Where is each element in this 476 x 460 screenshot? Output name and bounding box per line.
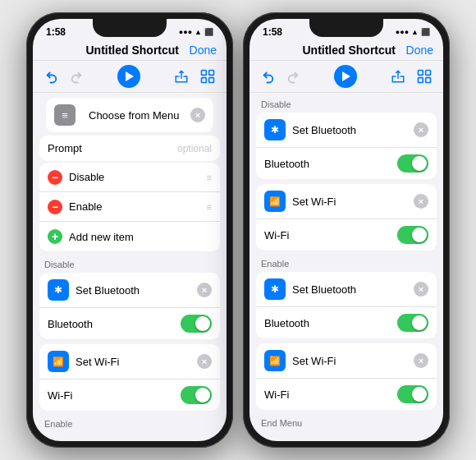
right-content-area: Disable ✱ Set Bluetooth × Bluetooth bbox=[249, 93, 443, 433]
right-play-icon bbox=[342, 71, 350, 81]
right-enable-section-label: Enable bbox=[249, 252, 443, 272]
disable-item[interactable]: − Disable ≡ bbox=[39, 163, 220, 192]
toolbar bbox=[33, 61, 227, 93]
right-phone: 1:58 ●●● ▲ ⬛ Untitled Shortcut Done bbox=[243, 12, 450, 448]
svg-rect-5 bbox=[426, 71, 431, 76]
right-redo-icon[interactable] bbox=[284, 67, 302, 85]
left-phone-screen: 1:58 ●●● ▲ ⬛ Untitled Shortcut Done bbox=[33, 19, 227, 441]
status-time: 1:58 bbox=[46, 26, 66, 38]
right-set-wifi-row[interactable]: 📶 Set Wi-Fi × bbox=[256, 184, 437, 219]
right-enable-wifi-icon: 📶 bbox=[264, 350, 286, 371]
end-menu-label: End Menu bbox=[249, 412, 443, 431]
right-nav-bar: Untitled Shortcut Done bbox=[249, 42, 443, 61]
prompt-label: Prompt bbox=[48, 142, 177, 154]
prompt-row: Prompt optional bbox=[39, 136, 220, 161]
svg-rect-6 bbox=[419, 78, 423, 83]
right-enable-set-wifi-label: Set Wi-Fi bbox=[292, 355, 414, 367]
close-wifi-button[interactable]: × bbox=[197, 354, 212, 369]
enable-section-label: Enable bbox=[33, 412, 227, 432]
right-enable-wifi-card: 📶 Set Wi-Fi × Wi-Fi bbox=[256, 343, 437, 410]
right-enable-set-wifi-row[interactable]: 📶 Set Wi-Fi × bbox=[256, 343, 437, 379]
redo-icon[interactable] bbox=[67, 67, 85, 85]
prompt-optional: optional bbox=[177, 143, 212, 154]
left-phone: 1:58 ●●● ▲ ⬛ Untitled Shortcut Done bbox=[26, 12, 233, 448]
settings-icon[interactable] bbox=[199, 67, 217, 85]
right-close-wifi-button[interactable]: × bbox=[414, 194, 428, 209]
svg-rect-1 bbox=[209, 71, 214, 76]
notch bbox=[93, 19, 167, 37]
disable-section-label: Disable bbox=[33, 253, 227, 273]
wifi-label: Wi-Fi bbox=[48, 389, 181, 402]
list-card: − Disable ≡ − Enable ≡ + Add new item bbox=[39, 163, 220, 251]
bluetooth-toggle-row: Bluetooth bbox=[39, 308, 220, 339]
disable-wifi-card: 📶 Set Wi-Fi × Wi-Fi bbox=[39, 344, 220, 411]
close-button[interactable]: × bbox=[190, 108, 205, 122]
wifi-toggle[interactable] bbox=[181, 386, 212, 404]
content-area: ≡ Choose from Menu × Prompt optional − D… bbox=[33, 93, 227, 433]
undo-icon[interactable] bbox=[43, 67, 61, 85]
right-disable-wifi-card: 📶 Set Wi-Fi × Wi-Fi bbox=[256, 184, 437, 251]
right-wifi-toggle-label: Wi-Fi bbox=[264, 229, 397, 242]
right-wifi-action-icon: 📶 bbox=[264, 191, 286, 212]
right-status-time: 1:58 bbox=[263, 26, 282, 38]
right-wifi-toggle-row: Wi-Fi bbox=[256, 219, 437, 251]
right-share-icon[interactable] bbox=[389, 67, 407, 85]
right-enable-set-bluetooth-row[interactable]: ✱ Set Bluetooth × bbox=[256, 272, 437, 307]
right-set-bluetooth-row[interactable]: ✱ Set Bluetooth × bbox=[256, 113, 437, 148]
phones-container: 1:58 ●●● ▲ ⬛ Untitled Shortcut Done bbox=[26, 12, 450, 448]
close-bluetooth-button[interactable]: × bbox=[197, 283, 212, 297]
right-enable-bluetooth-icon: ✱ bbox=[264, 278, 286, 300]
nav-bar: Untitled Shortcut Done bbox=[33, 42, 227, 61]
set-bluetooth-label: Set Bluetooth bbox=[76, 284, 197, 297]
right-enable-bluetooth-card: ✱ Set Bluetooth × Bluetooth bbox=[256, 272, 437, 338]
right-notch bbox=[309, 19, 383, 37]
play-icon bbox=[126, 71, 134, 81]
right-toolbar bbox=[249, 61, 443, 93]
remove-enable-icon[interactable]: − bbox=[48, 200, 62, 214]
svg-rect-3 bbox=[209, 78, 214, 83]
menu-action-icon: ≡ bbox=[54, 104, 76, 126]
right-disable-label: Disable bbox=[249, 93, 443, 113]
right-set-wifi-label: Set Wi-Fi bbox=[292, 196, 414, 208]
remove-disable-icon[interactable]: − bbox=[48, 170, 62, 185]
right-enable-wifi-toggle[interactable] bbox=[397, 385, 428, 403]
right-enable-wifi-toggle-row: Wi-Fi bbox=[256, 379, 437, 410]
right-enable-bluetooth-toggle[interactable] bbox=[397, 314, 428, 332]
done-button[interactable]: Done bbox=[190, 44, 217, 57]
right-done-button[interactable]: Done bbox=[406, 44, 433, 57]
bluetooth-label: Bluetooth bbox=[48, 318, 181, 330]
add-label: Add new item bbox=[69, 231, 212, 243]
right-close-enable-wifi-button[interactable]: × bbox=[414, 353, 428, 368]
share-icon[interactable] bbox=[172, 67, 190, 85]
drag-handle: ≡ bbox=[207, 172, 212, 182]
set-wifi-row[interactable]: 📶 Set Wi-Fi × bbox=[39, 344, 220, 380]
right-close-enable-bluetooth-button[interactable]: × bbox=[414, 282, 428, 297]
right-close-bluetooth-button[interactable]: × bbox=[414, 122, 428, 137]
svg-rect-4 bbox=[419, 71, 423, 76]
svg-rect-0 bbox=[202, 71, 207, 76]
right-nav-title: Untitled Shortcut bbox=[302, 44, 396, 57]
right-set-bluetooth-label: Set Bluetooth bbox=[292, 124, 414, 136]
right-play-button[interactable] bbox=[334, 65, 357, 88]
right-wifi-toggle[interactable] bbox=[397, 226, 428, 244]
svg-rect-2 bbox=[202, 78, 207, 83]
right-bluetooth-toggle[interactable] bbox=[397, 154, 428, 172]
nav-title: Untitled Shortcut bbox=[85, 44, 179, 57]
wifi-action-icon: 📶 bbox=[48, 351, 69, 372]
add-item[interactable]: + Add new item bbox=[39, 222, 220, 251]
right-undo-icon[interactable] bbox=[259, 67, 277, 85]
disable-label: Disable bbox=[69, 171, 200, 183]
disable-bluetooth-card: ✱ Set Bluetooth × Bluetooth bbox=[39, 273, 220, 339]
right-settings-icon[interactable] bbox=[415, 67, 433, 85]
enable-item[interactable]: − Enable ≡ bbox=[39, 192, 220, 222]
play-button[interactable] bbox=[117, 65, 140, 88]
right-bluetooth-action-icon: ✱ bbox=[264, 119, 286, 140]
add-icon[interactable]: + bbox=[48, 229, 62, 244]
bluetooth-toggle[interactable] bbox=[181, 315, 212, 333]
choose-menu-card[interactable]: ≡ Choose from Menu × bbox=[46, 98, 213, 132]
choose-menu-label: Choose from Menu bbox=[89, 109, 184, 122]
set-bluetooth-row[interactable]: ✱ Set Bluetooth × bbox=[39, 273, 220, 308]
right-disable-bluetooth-card: ✱ Set Bluetooth × Bluetooth bbox=[256, 113, 437, 179]
right-bluetooth-toggle-row: Bluetooth bbox=[256, 148, 437, 179]
right-enable-bluetooth-toggle-label: Bluetooth bbox=[264, 317, 397, 329]
